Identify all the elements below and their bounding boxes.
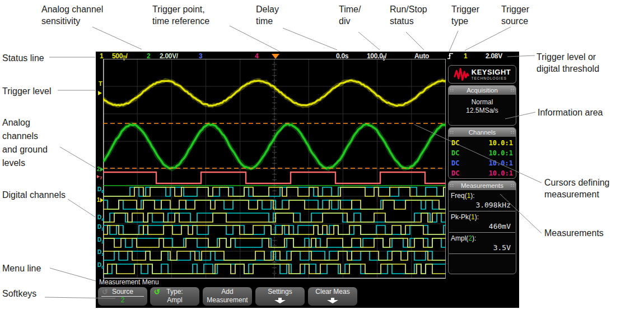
callout-trigger-point: Trigger point, time reference <box>152 3 209 27</box>
keysight-logo-box: KEYSIGHTTECHNOLOGIES <box>448 65 516 84</box>
oscilloscope-screen: 1 500mV/ 2 2.00V/ 3 4 0.0s 100.0µs/ Auto… <box>96 52 519 308</box>
acquisition-rate: 12.5MSa/s <box>449 107 516 115</box>
digital-label-d3: D3 <box>97 224 104 231</box>
measurement-row-pkpk: Pk-Pk(1): 460mV <box>449 211 516 233</box>
grip-icon: ∷ <box>450 87 454 93</box>
logo-subtitle: TECHNOLOGIES <box>472 77 511 80</box>
status-trigger-source: 1 <box>464 52 467 60</box>
callout-trigger-level: Trigger level <box>2 85 51 97</box>
waveform-display <box>103 59 446 279</box>
digital-label-d0: D0 <box>97 262 104 269</box>
ch1-ground-marker: 1 <box>97 197 104 203</box>
down-arrow-icon <box>326 298 339 304</box>
grip-icon: ∷ <box>511 87 514 93</box>
trigger-level-marker: T <box>99 80 102 87</box>
channel-row: DC10.0:1 <box>449 168 516 178</box>
measurements-title: Measurements <box>461 182 503 189</box>
acquisition-header[interactable]: ∷ Acquisition ∷ <box>449 86 516 95</box>
acquisition-title: Acquisition <box>466 87 498 94</box>
callout-time-div: Time/ div <box>339 3 361 27</box>
grip-icon: ∷ <box>511 130 514 135</box>
trigger-point-marker <box>272 54 279 59</box>
callout-digital-channels: Digital channels <box>2 189 66 201</box>
d7-channel-marker: 7 <box>97 173 102 181</box>
status-trigger-level: 2.08V <box>486 52 502 60</box>
channel-row: DC10.0:1 <box>449 148 516 158</box>
ch2-ground-marker: 2 <box>97 166 104 172</box>
grip-icon: ∷ <box>450 130 454 135</box>
callout-trigger-threshold: Trigger level or digital threshold <box>536 51 599 75</box>
softkey-source[interactable]: ↺ Source 2 <box>98 287 147 306</box>
callout-measurements: Measurements <box>544 227 604 239</box>
grip-icon: ∷ <box>511 183 514 188</box>
callout-status-line: Status line <box>2 52 44 64</box>
callout-analog-channels: Analog channels and ground levels <box>2 116 48 170</box>
channel-row: DC10.0:1 <box>449 138 516 148</box>
digital-label-d2: D2 <box>97 237 104 244</box>
measurement-row-ampl: Ampl(2): 3.5V <box>449 233 516 254</box>
acquisition-mode: Normal <box>449 98 516 107</box>
softkey-type[interactable]: ↺ Type: Ampl <box>150 287 199 306</box>
digital-label-d1: D1 <box>97 249 104 256</box>
down-arrow-icon <box>274 298 286 304</box>
menu-line: Measurement Menu <box>99 278 159 286</box>
channels-header[interactable]: ∷ Channels ∷ <box>449 128 516 137</box>
callout-run-stop: Run/Stop status <box>390 3 427 27</box>
rising-edge-trigger-icon <box>447 53 454 61</box>
softkey-add-measurement[interactable]: Add Measurement <box>203 287 252 306</box>
waveform-plot-area <box>103 59 446 279</box>
cycle-arrow-icon: ↺ <box>154 288 160 296</box>
cycle-arrow-icon: ↺ <box>102 288 108 296</box>
measurements-header[interactable]: ∷ Measurements ∷ <box>449 181 516 190</box>
measurement-row-freq: Freq(1): 3.098kHz <box>449 190 516 211</box>
callout-softkeys: Softkeys <box>2 288 36 299</box>
callout-cursors: Cursors defining measurement <box>544 177 610 200</box>
digital-label-d6: D6 <box>97 186 104 193</box>
callout-trigger-source: Trigger source <box>501 3 529 27</box>
channel-row: DC10.0:1 <box>449 158 516 168</box>
figure-page: Analog channel sensitivity Trigger point… <box>0 0 644 309</box>
acquisition-box: ∷ Acquisition ∷ Normal 12.5MSa/s <box>448 85 516 126</box>
callout-trigger-type: Trigger type <box>451 3 479 27</box>
callout-menu-line: Menu line <box>2 262 41 274</box>
callout-analog-sensitivity: Analog channel sensitivity <box>41 3 103 27</box>
softkey-clear-meas[interactable]: Clear Meas <box>308 287 357 306</box>
digital-label-d4: D4 <box>97 214 104 222</box>
callout-delay-time: Delay time <box>256 3 279 27</box>
grip-icon: ∷ <box>450 183 454 188</box>
callout-information-area: Information area <box>538 107 603 118</box>
channels-title: Channels <box>469 129 496 136</box>
measurements-box: ∷ Measurements ∷ Freq(1): 3.098kHz Pk-Pk… <box>448 181 516 274</box>
channels-box: ∷ Channels ∷ DC10.0:1 DC10.0:1 DC10.0:1 … <box>448 127 516 179</box>
trigger-level-arrow-icon <box>98 87 102 97</box>
logo-brand: KEYSIGHT <box>472 68 511 76</box>
keysight-wave-icon <box>454 67 469 82</box>
softkey-settings[interactable]: Settings <box>255 287 305 306</box>
